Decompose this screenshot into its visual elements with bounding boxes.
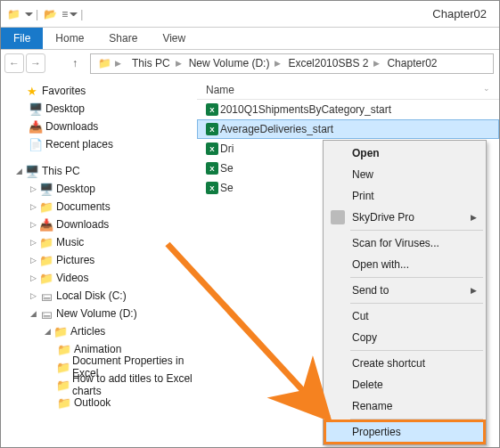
address-bar-row: ← → ↑ 📁▶ This PC▶ New Volume (D:)▶ Excel… [1,50,499,77]
tree-this-pc[interactable]: ◢🖥️This PC [10,162,193,180]
tab-share[interactable]: Share [96,28,150,49]
chevron-down-icon[interactable] [70,12,78,16]
column-header-name[interactable]: Name⌄ [197,84,499,96]
ctx-open-with[interactable]: Open with... [325,254,484,275]
excel-icon: X [204,182,220,194]
tab-view[interactable]: View [150,28,198,49]
file-row[interactable]: X2010Q1ShipmentsByCategory_start [197,100,499,119]
tree-item-music[interactable]: ▷📁Music [10,233,193,251]
chevron-down-icon: ⌄ [483,84,490,96]
tree-item-desktop[interactable]: 🖥️Desktop [10,100,193,118]
ctx-open[interactable]: Open [325,143,484,164]
window-titlebar: 📁 | 📂 ≡ | Chapter02 [1,1,499,28]
tree-item-desktop[interactable]: ▷🖥️Desktop [10,180,193,198]
excel-icon: X [204,103,220,116]
excel-icon: X [204,143,220,155]
ctx-delete[interactable]: Delete [325,374,484,395]
folder-icon: 📁 [98,57,111,69]
quick-access-toolbar: 📁 | 📂 ≡ | [4,8,86,20]
tree-item-pictures[interactable]: ▷📁Pictures [10,251,193,269]
ctx-send-to[interactable]: Send to▶ [325,280,484,301]
file-tab[interactable]: File [1,28,43,49]
navigation-tree[interactable]: ★Favorites 🖥️Desktop 📥Downloads 📄Recent … [1,77,197,447]
tree-item-chart-titles[interactable]: 📁How to add titles to Excel charts [10,376,193,394]
ctx-rename[interactable]: Rename [325,395,484,417]
ctx-print[interactable]: Print [325,185,484,207]
submenu-arrow-icon: ▶ [471,213,477,222]
ctx-copy[interactable]: Copy [325,327,484,348]
folder-open-icon[interactable]: 📂 [44,8,57,20]
chevron-down-icon[interactable] [25,12,33,16]
ctx-new[interactable]: New [325,164,484,185]
tree-item-videos[interactable]: ▷📁Videos [10,269,193,287]
back-button[interactable]: ← [4,53,24,73]
tree-item-recent[interactable]: 📄Recent places [10,135,193,153]
ctx-scan-viruses[interactable]: Scan for Viruses... [325,232,484,254]
submenu-arrow-icon: ▶ [471,286,477,295]
column-header-row: Name⌄ [197,80,499,100]
tree-item-downloads[interactable]: ▷📥Downloads [10,216,193,233]
tree-item-local-disk-c[interactable]: ▷🖴Local Disk (C:) [10,287,193,305]
tab-home[interactable]: Home [43,28,96,49]
tree-item-new-volume-d[interactable]: ◢🖴New Volume (D:) [10,305,193,322]
tree-item-downloads[interactable]: 📥Downloads [10,118,193,135]
tree-item-articles[interactable]: ◢📁Articles [10,322,193,340]
breadcrumb[interactable]: This PC [127,57,174,69]
tree-favorites[interactable]: ★Favorites [10,82,193,100]
window-title: Chapter02 [432,7,487,20]
folder-icon: 📁 [7,8,20,20]
breadcrumb[interactable]: Excel2010SBS 2 [283,57,372,69]
ctx-create-shortcut[interactable]: Create shortcut [325,353,484,374]
excel-icon: X [204,162,220,175]
context-menu: Open New Print SkyDrive Pro▶ Scan for Vi… [323,140,487,445]
tree-item-documents[interactable]: ▷📁Documents [10,198,193,216]
up-button[interactable]: ↑ [65,53,85,73]
forward-button[interactable]: → [26,53,45,73]
excel-icon: X [204,123,220,135]
recent-locations-button[interactable] [47,53,60,73]
ctx-cut[interactable]: Cut [325,305,484,327]
ctx-skydrive[interactable]: SkyDrive Pro▶ [325,207,484,228]
properties-qat-icon[interactable]: ≡ [61,8,68,20]
ctx-properties[interactable]: Properties [325,421,484,443]
breadcrumb[interactable]: New Volume (D:) [184,57,274,69]
file-row[interactable]: XAverageDeliveries_start [197,119,499,139]
ribbon-tabs: File Home Share View [1,28,499,50]
address-bar[interactable]: 📁▶ This PC▶ New Volume (D:)▶ Excel2010SB… [90,53,494,74]
breadcrumb[interactable]: Chapter02 [381,57,440,69]
